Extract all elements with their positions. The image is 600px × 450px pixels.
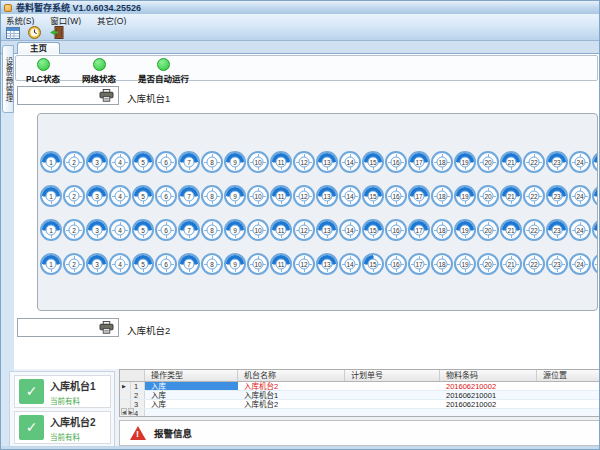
roll-slot[interactable]: 7 <box>178 151 200 173</box>
roll-slot[interactable]: 2 <box>63 185 85 207</box>
roll-slot[interactable]: 21 <box>500 219 522 241</box>
alarm-bar[interactable]: 报警信息 <box>119 420 600 446</box>
cell-machine-name[interactable]: 入库机台2 <box>238 400 345 408</box>
roll-slot[interactable]: 3 <box>86 185 108 207</box>
roll-slot[interactable]: 5 <box>132 185 154 207</box>
roll-slot[interactable]: 13 <box>316 185 338 207</box>
roll-slot[interactable]: 6 <box>155 151 177 173</box>
clock-icon[interactable] <box>27 26 42 39</box>
roll-slot[interactable]: 13 <box>316 253 338 275</box>
roll-slot[interactable]: 3 <box>86 253 108 275</box>
roll-slot[interactable]: 14 <box>339 151 361 173</box>
scroll-left-icon[interactable]: ◀ <box>121 408 127 415</box>
table-header-cell[interactable]: 物料条码 <box>440 370 537 381</box>
roll-slot[interactable]: 22 <box>523 185 545 207</box>
roll-slot[interactable]: 18 <box>431 185 453 207</box>
roll-slot[interactable]: 24 <box>569 151 591 173</box>
cell-plan-no[interactable] <box>345 409 440 417</box>
roll-slot[interactable]: 16 <box>385 151 407 173</box>
cell-plan-no[interactable] <box>345 391 440 399</box>
roll-slot[interactable]: 2 <box>63 219 85 241</box>
roll-slot[interactable]: 7 <box>178 253 200 275</box>
cell-machine-name[interactable]: 入库机台1 <box>238 391 345 399</box>
print-button-machine1[interactable] <box>17 86 119 105</box>
cell-barcode[interactable]: 201606210002 <box>440 382 537 390</box>
roll-slot[interactable]: 3 <box>86 151 108 173</box>
roll-slot[interactable]: 17 <box>408 219 430 241</box>
cell-op-type[interactable]: 入库 <box>145 391 238 399</box>
cell-op-type[interactable]: 入库 <box>145 400 238 408</box>
roll-slot[interactable]: 13 <box>316 219 338 241</box>
calendar-icon[interactable] <box>5 26 20 39</box>
roll-slot[interactable]: 4 <box>109 253 131 275</box>
cell-barcode[interactable]: 201606210002 <box>440 400 537 408</box>
table-header-cell[interactable]: 源位置 <box>537 370 599 381</box>
roll-slot[interactable]: 11 <box>270 219 292 241</box>
cell-plan-no[interactable] <box>345 400 440 408</box>
roll-slot[interactable]: 17 <box>408 253 430 275</box>
roll-slot[interactable]: 18 <box>431 253 453 275</box>
roll-slot[interactable]: 21 <box>500 185 522 207</box>
roll-slot[interactable]: 23 <box>546 151 568 173</box>
roll-slot[interactable]: 11 <box>270 185 292 207</box>
roll-slot[interactable]: 9 <box>224 151 246 173</box>
table-row[interactable]: 2入库入库机台1201606210001 <box>120 391 599 400</box>
roll-slot[interactable]: 17 <box>408 151 430 173</box>
roll-slot[interactable]: 4 <box>109 185 131 207</box>
roll-slot[interactable]: 25 <box>592 151 598 173</box>
roll-slot[interactable]: 2 <box>63 151 85 173</box>
roll-slot[interactable]: 6 <box>155 253 177 275</box>
roll-slot[interactable]: 8 <box>201 253 223 275</box>
roll-slot[interactable]: 6 <box>155 219 177 241</box>
roll-slot[interactable]: 7 <box>178 219 200 241</box>
roll-slot[interactable]: 5 <box>132 219 154 241</box>
roll-slot[interactable]: 16 <box>385 219 407 241</box>
cell-op-type[interactable]: 入库 <box>145 382 238 390</box>
roll-slot[interactable]: 19 <box>454 151 476 173</box>
roll-slot[interactable]: 10 <box>247 185 269 207</box>
roll-slot[interactable]: 23 <box>546 219 568 241</box>
cell-barcode[interactable]: 201606210001 <box>440 391 537 399</box>
cell-op-type[interactable] <box>145 409 238 417</box>
machine-card[interactable]: ✓入库机台1当前有料 <box>14 375 111 408</box>
roll-slot[interactable]: 22 <box>523 253 545 275</box>
cell-source[interactable] <box>537 391 599 399</box>
roll-slot[interactable]: 12 <box>293 151 315 173</box>
roll-slot[interactable]: 19 <box>454 219 476 241</box>
roll-slot[interactable]: 12 <box>293 185 315 207</box>
roll-slot[interactable]: 20 <box>477 151 499 173</box>
roll-slot[interactable]: 24 <box>569 253 591 275</box>
roll-slot[interactable]: 19 <box>454 253 476 275</box>
roll-slot[interactable]: 20 <box>477 253 499 275</box>
cell-source[interactable] <box>537 382 599 390</box>
cell-machine-name[interactable]: 入库机台2 <box>238 382 345 390</box>
roll-slot[interactable]: 9 <box>224 185 246 207</box>
roll-slot[interactable]: 20 <box>477 185 499 207</box>
roll-slot[interactable]: 21 <box>500 253 522 275</box>
cell-barcode[interactable] <box>440 409 537 417</box>
scroll-right-icon[interactable]: ▶ <box>128 408 134 415</box>
roll-slot[interactable]: 13 <box>316 151 338 173</box>
roll-slot[interactable]: 9 <box>224 253 246 275</box>
roll-slot[interactable]: 4 <box>109 151 131 173</box>
roll-slot[interactable]: 4 <box>109 219 131 241</box>
menu-item[interactable]: 其它(O) <box>97 14 126 26</box>
roll-slot[interactable]: 25 <box>592 185 598 207</box>
roll-slot[interactable]: 23 <box>546 185 568 207</box>
roll-slot[interactable]: 22 <box>523 151 545 173</box>
roll-slot[interactable]: 10 <box>247 253 269 275</box>
roll-slot[interactable]: 14 <box>339 219 361 241</box>
roll-slot[interactable]: 18 <box>431 151 453 173</box>
roll-slot[interactable]: 19 <box>454 185 476 207</box>
menu-item[interactable]: 窗口(W) <box>50 14 81 26</box>
roll-slot[interactable]: 8 <box>201 151 223 173</box>
roll-slot[interactable]: 24 <box>569 219 591 241</box>
cell-source[interactable] <box>537 400 599 408</box>
table-header-cell[interactable]: 计划单号 <box>345 370 440 381</box>
roll-slot[interactable]: 5 <box>132 151 154 173</box>
roll-slot[interactable]: 12 <box>293 219 315 241</box>
roll-slot[interactable]: 14 <box>339 253 361 275</box>
table-row[interactable]: 3入库入库机台2201606210002 <box>120 400 599 409</box>
roll-slot[interactable]: 9 <box>224 219 246 241</box>
roll-slot[interactable]: 17 <box>408 185 430 207</box>
